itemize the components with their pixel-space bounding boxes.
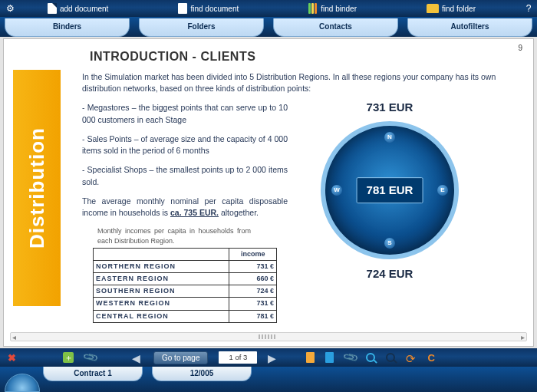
footer-tabstrip: Contract 1 12/005 <box>0 367 537 392</box>
scroll-grip-icon[interactable] <box>259 334 277 339</box>
compass-chart: 731 EUR 724 EUR 731 EUR 660 EUR N S E W … <box>301 102 478 278</box>
horizontal-scrollbar[interactable]: ◂ ▸ <box>10 332 527 341</box>
find-folder-label: find folder <box>442 5 476 13</box>
zoom-in-icon[interactable] <box>366 353 375 362</box>
footer-tab-contract1[interactable]: Contract 1 <box>43 367 143 381</box>
row-northern: NORTHERN REGION <box>94 261 229 273</box>
col-income: income <box>229 249 277 261</box>
average-income-line: The average monthly nominal per capita d… <box>82 196 288 219</box>
folder-icon <box>427 4 439 13</box>
bottom-toolbar: ✖ ＋ 📎 ◀ Go to page 1 of 3 ▶ 📎 ⟳ C <box>0 348 537 367</box>
bullet-salespoints: - Sales Points – of average size and the… <box>82 133 288 156</box>
delete-icon[interactable]: ✖ <box>8 352 18 363</box>
income-table: income NORTHERN REGION731 € EASTERN REGI… <box>93 248 277 322</box>
doc-orange-icon[interactable] <box>306 352 315 363</box>
next-page-icon[interactable]: ▶ <box>268 352 278 363</box>
table-caption: Monthly incomes per capita in households… <box>97 226 251 246</box>
bullet-megastores: - Megastores – the biggest points that c… <box>82 102 288 125</box>
compass-s-icon: S <box>384 238 395 249</box>
find-binder-button[interactable]: find binder <box>308 3 357 14</box>
c-icon[interactable]: C <box>427 352 438 363</box>
compass-disc: N S E W 781 EUR <box>321 121 459 259</box>
row-eastern: EASTERN REGION <box>94 273 229 285</box>
attach2-icon[interactable]: 📎 <box>343 350 357 364</box>
top-toolbar: ⚙ add document find document find binder… <box>0 0 537 17</box>
add-icon[interactable]: ＋ <box>63 352 74 363</box>
doc-blue-icon[interactable] <box>325 352 334 363</box>
document-search-icon <box>178 3 187 14</box>
zoom-out-icon[interactable] <box>386 353 395 362</box>
document-icon <box>48 3 57 14</box>
compass-w-icon: W <box>331 185 342 196</box>
compass-e-icon: E <box>437 185 448 196</box>
tab-autofilters[interactable]: Autofilters <box>407 18 532 37</box>
scroll-left-icon[interactable]: ◂ <box>12 333 16 341</box>
intro-paragraph: In the Simulation market has been divide… <box>82 71 524 94</box>
section-band: Distribution <box>13 70 61 306</box>
compass-center-value: 781 EUR <box>357 178 423 204</box>
document-viewport: 9 INTRODUCTION - CLIENTS Distribution In… <box>3 38 534 347</box>
page-indicator[interactable]: 1 of 3 <box>219 351 257 364</box>
compass-value-south: 724 EUR <box>367 265 413 282</box>
compass-value-north: 731 EUR <box>367 99 413 116</box>
prev-page-icon[interactable]: ◀ <box>132 352 143 363</box>
compass-n-icon: N <box>384 132 395 143</box>
tab-binders[interactable]: Binders <box>5 18 130 37</box>
add-document-button[interactable]: add document <box>48 3 108 14</box>
find-binder-label: find binder <box>321 5 357 13</box>
find-folder-button[interactable]: find folder <box>427 4 476 13</box>
find-document-label: find document <box>190 5 239 13</box>
binder-icon <box>308 3 318 14</box>
refresh-icon[interactable]: ⟳ <box>406 352 417 363</box>
document-title: INTRODUCTION - CLIENTS <box>90 50 524 64</box>
footer-tab-12005[interactable]: 12/005 <box>152 367 252 381</box>
page-number: 9 <box>518 44 522 52</box>
row-southern: SOUTHERN REGION <box>94 285 229 298</box>
scroll-right-icon[interactable]: ▸ <box>521 333 525 341</box>
section-band-label: Distribution <box>25 127 49 249</box>
tab-contacts[interactable]: Contacts <box>273 18 398 37</box>
row-central: CENTRAL REGION <box>94 310 229 322</box>
settings-icon[interactable]: ⚙ <box>3 3 17 14</box>
add-document-label: add document <box>60 5 108 13</box>
attach-icon[interactable]: 📎 <box>82 350 97 364</box>
row-western: WESTERN REGION <box>94 298 229 310</box>
bullet-specialist: - Specialist Shops – the smallest points… <box>82 164 288 187</box>
tab-folders[interactable]: Folders <box>139 18 264 37</box>
find-document-button[interactable]: find document <box>178 3 239 14</box>
tabstrip: Binders Folders Contacts Autofilters <box>0 17 537 37</box>
help-icon[interactable]: ? <box>523 3 534 14</box>
goto-page-button[interactable]: Go to page <box>153 351 208 364</box>
